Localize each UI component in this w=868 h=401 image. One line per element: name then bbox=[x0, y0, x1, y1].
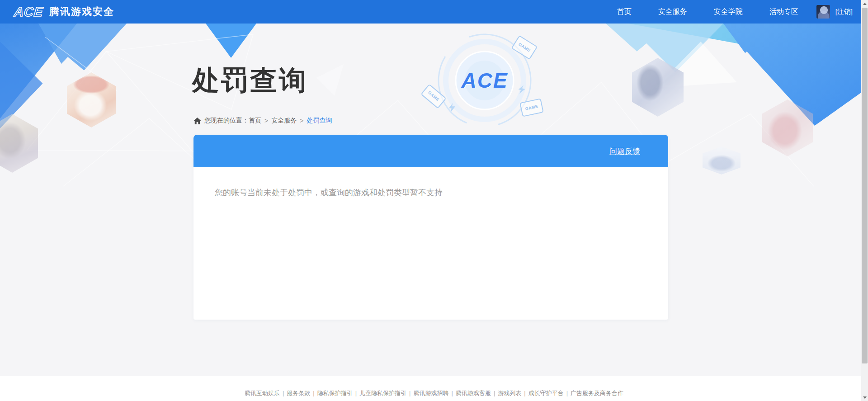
lightning-icon bbox=[517, 84, 526, 94]
footer-separator: | bbox=[283, 390, 284, 396]
footer-links: 腾讯互动娱乐|服务条款|隐私保护指引|儿童隐私保护指引|腾讯游戏招聘|腾讯游戏客… bbox=[0, 389, 868, 397]
decor-triangle bbox=[0, 24, 54, 146]
brand-title: 腾讯游戏安全 bbox=[49, 5, 114, 19]
result-message: 您的账号当前未处于处罚中，或查询的游戏和处罚类型暂不支持 bbox=[193, 167, 668, 198]
footer-separator: | bbox=[494, 390, 495, 396]
footer-link-jobs[interactable]: 腾讯游戏招聘 bbox=[414, 390, 449, 396]
breadcrumb: 您现在的位置： 首页 > 安全服务 > 处罚查询 bbox=[193, 117, 332, 125]
breadcrumb-separator: > bbox=[264, 117, 268, 124]
home-icon bbox=[193, 118, 201, 124]
footer-separator: | bbox=[409, 390, 410, 396]
scroll-down-icon[interactable] bbox=[861, 394, 868, 401]
footer-link-game-list[interactable]: 游戏列表 bbox=[498, 390, 521, 396]
footer-separator: | bbox=[524, 390, 525, 396]
breadcrumb-prefix: 您现在的位置： bbox=[204, 117, 249, 125]
brand[interactable]: ACE 腾讯游戏安全 bbox=[12, 4, 114, 19]
lightning-icon bbox=[448, 103, 456, 112]
footer-link-privacy[interactable]: 隐私保护指引 bbox=[317, 390, 353, 396]
vertical-scrollbar[interactable] bbox=[861, 0, 868, 401]
footer-link-customer-service[interactable]: 腾讯游戏客服 bbox=[456, 390, 491, 396]
decor-triangle bbox=[0, 24, 136, 91]
footer-separator: | bbox=[566, 390, 568, 396]
footer-link-growth-guard[interactable]: 成长守护平台 bbox=[528, 390, 564, 396]
hex-portrait-teemo bbox=[67, 72, 116, 127]
breadcrumb-separator: > bbox=[300, 117, 303, 124]
game-tag-label: GAME bbox=[518, 42, 531, 53]
decor-triangle bbox=[206, 24, 256, 58]
ace-logo-icon: ACE bbox=[12, 4, 46, 19]
navbar-menu: 首页 安全服务 安全学院 活动专区 [注销] bbox=[617, 0, 853, 24]
decor-triangle bbox=[696, 24, 868, 179]
breadcrumb-link-home[interactable]: 首页 bbox=[249, 117, 261, 125]
game-tag-icon: GAME bbox=[519, 98, 544, 117]
punishment-result-card: 问题反馈 您的账号当前未处于处罚中，或查询的游戏和处罚类型暂不支持 bbox=[193, 135, 668, 320]
scrollbar-thumb[interactable] bbox=[862, 8, 868, 363]
hex-portrait-left bbox=[0, 114, 38, 173]
game-tag-icon: GAME bbox=[420, 84, 447, 109]
ace-emblem-rings bbox=[430, 26, 539, 135]
footer-link-terms[interactable]: 服务条款 bbox=[287, 390, 310, 396]
logout-button[interactable]: [注销] bbox=[835, 8, 853, 16]
avatar[interactable] bbox=[816, 5, 830, 19]
hex-portrait-red bbox=[762, 99, 813, 156]
nav-item-security-academy[interactable]: 安全学院 bbox=[714, 7, 743, 17]
nav-item-security-services[interactable]: 安全服务 bbox=[658, 7, 687, 17]
decor-triangle bbox=[646, 37, 746, 96]
footer-separator: | bbox=[452, 390, 453, 396]
decor-mountain bbox=[0, 24, 212, 213]
svg-text:ACE: ACE bbox=[13, 5, 44, 19]
footer-link-tencent-games[interactable]: 腾讯互动娱乐 bbox=[245, 390, 280, 396]
footer-link-ad-business[interactable]: 广告服务及商务合作 bbox=[571, 390, 623, 396]
footer-separator: | bbox=[355, 390, 357, 396]
nav-item-home[interactable]: 首页 bbox=[617, 7, 632, 17]
feedback-link[interactable]: 问题反馈 bbox=[609, 146, 640, 156]
decor-triangle bbox=[601, 24, 868, 96]
nav-item-activity-zone[interactable]: 活动专区 bbox=[769, 7, 798, 17]
hex-portrait-mask bbox=[632, 58, 684, 117]
game-tag-label: GAME bbox=[427, 90, 440, 102]
hex-portrait-girl bbox=[703, 146, 741, 175]
top-navbar: ACE 腾讯游戏安全 首页 安全服务 安全学院 活动专区 [注销] bbox=[0, 0, 868, 24]
decor-triangle bbox=[601, 24, 728, 82]
decor-triangle bbox=[0, 24, 131, 146]
footer-link-child-privacy[interactable]: 儿童隐私保护指引 bbox=[359, 390, 406, 396]
breadcrumb-current-page[interactable]: 处罚查询 bbox=[307, 117, 332, 125]
game-tag-label: GAME bbox=[525, 104, 538, 111]
game-tag-icon: GAME bbox=[511, 35, 538, 60]
breadcrumb-link-security-services[interactable]: 安全服务 bbox=[271, 117, 297, 125]
page-title: 处罚查询 bbox=[192, 62, 308, 99]
ace-emblem-logo: ACE bbox=[430, 26, 539, 135]
scroll-up-icon[interactable] bbox=[861, 0, 868, 7]
footer-separator: | bbox=[313, 390, 314, 396]
card-header-bar: 问题反馈 bbox=[193, 135, 668, 167]
footer: 腾讯互动娱乐|服务条款|隐私保护指引|儿童隐私保护指引|腾讯游戏招聘|腾讯游戏客… bbox=[0, 376, 868, 401]
